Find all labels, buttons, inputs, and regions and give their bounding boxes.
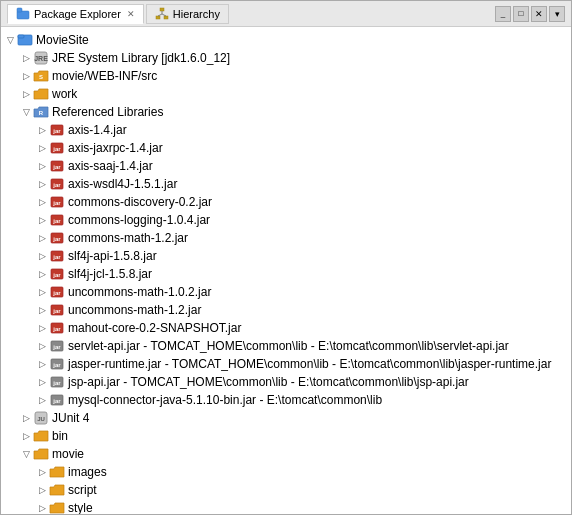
expand-jsp-api[interactable]: ▷ bbox=[35, 375, 49, 389]
expand-style[interactable]: ▷ bbox=[35, 501, 49, 514]
tab-package-explorer[interactable]: Package Explorer ✕ bbox=[7, 4, 144, 24]
jar-icon-commons-logging: jar bbox=[49, 212, 65, 228]
window-actions: _ □ ✕ ▾ bbox=[495, 6, 565, 22]
tree-row-commons-discovery[interactable]: ▷ jar commons-discovery-0.2.jar bbox=[1, 193, 571, 211]
tree-row-slf4j-api[interactable]: ▷ jar slf4j-api-1.5.8.jar bbox=[1, 247, 571, 265]
tab-close-icon[interactable]: ✕ bbox=[127, 9, 135, 19]
svg-line-6 bbox=[158, 14, 162, 16]
svg-text:jar: jar bbox=[52, 218, 61, 224]
tree-row-style[interactable]: ▷ style bbox=[1, 499, 571, 514]
svg-text:jar: jar bbox=[52, 164, 61, 170]
tree-view[interactable]: ▽ MovieSite ▷ JRE JRE System Library [jd… bbox=[1, 27, 571, 514]
expand-images[interactable]: ▷ bbox=[35, 465, 49, 479]
expand-junit[interactable]: ▷ bbox=[19, 411, 33, 425]
tree-row-ref-libs[interactable]: ▽ R Referenced Libraries bbox=[1, 103, 571, 121]
web-inf-src-label: movie/WEB-INF/src bbox=[52, 69, 157, 83]
expand-mysql-connector[interactable]: ▷ bbox=[35, 393, 49, 407]
work-label: work bbox=[52, 87, 77, 101]
expand-work[interactable]: ▷ bbox=[19, 87, 33, 101]
expand-bin[interactable]: ▷ bbox=[19, 429, 33, 443]
expand-jasper-runtime[interactable]: ▷ bbox=[35, 357, 49, 371]
svg-rect-9 bbox=[18, 35, 24, 38]
tree-row-axis-jaxrpc[interactable]: ▷ jar axis-jaxrpc-1.4.jar bbox=[1, 139, 571, 157]
svg-text:jar: jar bbox=[52, 146, 61, 152]
bin-label: bin bbox=[52, 429, 68, 443]
tree-row-jasper-runtime[interactable]: ▷ jar jasper-runtime.jar - TOMCAT_HOME\c… bbox=[1, 355, 571, 373]
expand-slf4j-api[interactable]: ▷ bbox=[35, 249, 49, 263]
tree-row-web-inf-src[interactable]: ▷ S movie/WEB-INF/src bbox=[1, 67, 571, 85]
tree-row-junit[interactable]: ▷ JU JUnit 4 bbox=[1, 409, 571, 427]
uncommons-math12-label: uncommons-math-1.2.jar bbox=[68, 303, 201, 317]
expand-mahout[interactable]: ▷ bbox=[35, 321, 49, 335]
axis-saaj-label: axis-saaj-1.4.jar bbox=[68, 159, 153, 173]
commons-math-label: commons-math-1.2.jar bbox=[68, 231, 188, 245]
axis-wsdl4j-label: axis-wsdl4J-1.5.1.jar bbox=[68, 177, 177, 191]
package-explorer-window: Package Explorer ✕ Hierarchy _ □ ✕ ▾ bbox=[0, 0, 572, 515]
svg-text:JRE: JRE bbox=[34, 55, 48, 62]
expand-web-inf-src[interactable]: ▷ bbox=[19, 69, 33, 83]
minimize-button[interactable]: _ bbox=[495, 6, 511, 22]
jar-icon-uncommons-math12: jar bbox=[49, 302, 65, 318]
expand-commons-math[interactable]: ▷ bbox=[35, 231, 49, 245]
svg-rect-4 bbox=[164, 16, 168, 19]
svg-text:jar: jar bbox=[52, 200, 61, 206]
expand-jre[interactable]: ▷ bbox=[19, 51, 33, 65]
expand-ref-libs[interactable]: ▽ bbox=[19, 105, 33, 119]
expand-axis-saaj[interactable]: ▷ bbox=[35, 159, 49, 173]
tree-row-images[interactable]: ▷ images bbox=[1, 463, 571, 481]
expand-slf4j-jcl[interactable]: ▷ bbox=[35, 267, 49, 281]
expand-axis-wsdl4j[interactable]: ▷ bbox=[35, 177, 49, 191]
tree-row-jsp-api[interactable]: ▷ jar jsp-api.jar - TOMCAT_HOME\common\l… bbox=[1, 373, 571, 391]
jar-icon-slf4j-jcl: jar bbox=[49, 266, 65, 282]
expand-commons-logging[interactable]: ▷ bbox=[35, 213, 49, 227]
tree-row-uncommons-math12[interactable]: ▷ jar uncommons-math-1.2.jar bbox=[1, 301, 571, 319]
jar-icon-commons-discovery: jar bbox=[49, 194, 65, 210]
jar-icon-uncommons-math102: jar bbox=[49, 284, 65, 300]
svg-rect-2 bbox=[160, 8, 164, 11]
tree-row-jre[interactable]: ▷ JRE JRE System Library [jdk1.6.0_12] bbox=[1, 49, 571, 67]
jar-icon-commons-math: jar bbox=[49, 230, 65, 246]
svg-text:jar: jar bbox=[52, 344, 61, 350]
tree-row-servlet-api[interactable]: ▷ jar servlet-api.jar - TOMCAT_HOME\comm… bbox=[1, 337, 571, 355]
tree-row-movie[interactable]: ▽ movie bbox=[1, 445, 571, 463]
jar-icon-servlet-api: jar bbox=[49, 338, 65, 354]
folder-movie-icon bbox=[33, 446, 49, 462]
close-button[interactable]: ✕ bbox=[531, 6, 547, 22]
tree-row-axis[interactable]: ▷ jar axis-1.4.jar bbox=[1, 121, 571, 139]
maximize-button[interactable]: □ bbox=[513, 6, 529, 22]
tree-row-script[interactable]: ▷ script bbox=[1, 481, 571, 499]
expand-commons-discovery[interactable]: ▷ bbox=[35, 195, 49, 209]
tree-row-mahout[interactable]: ▷ jar mahout-core-0.2-SNAPSHOT.jar bbox=[1, 319, 571, 337]
expand-servlet-api[interactable]: ▷ bbox=[35, 339, 49, 353]
expand-uncommons-math102[interactable]: ▷ bbox=[35, 285, 49, 299]
expand-movie[interactable]: ▽ bbox=[19, 447, 33, 461]
expand-script[interactable]: ▷ bbox=[35, 483, 49, 497]
jar-icon-mysql-connector: jar bbox=[49, 392, 65, 408]
jasper-runtime-label: jasper-runtime.jar - TOMCAT_HOME\common\… bbox=[68, 357, 551, 371]
junit-icon: JU bbox=[33, 410, 49, 426]
tree-row-axis-saaj[interactable]: ▷ jar axis-saaj-1.4.jar bbox=[1, 157, 571, 175]
folder-images-icon bbox=[49, 464, 65, 480]
expand-moviesite[interactable]: ▽ bbox=[3, 33, 17, 47]
tree-row-commons-logging[interactable]: ▷ jar commons-logging-1.0.4.jar bbox=[1, 211, 571, 229]
tree-row-commons-math[interactable]: ▷ jar commons-math-1.2.jar bbox=[1, 229, 571, 247]
svg-marker-53 bbox=[50, 467, 64, 477]
tab-hierarchy[interactable]: Hierarchy bbox=[146, 4, 229, 24]
tree-row-axis-wsdl4j[interactable]: ▷ jar axis-wsdl4J-1.5.1.jar bbox=[1, 175, 571, 193]
view-menu-button[interactable]: ▾ bbox=[549, 6, 565, 22]
svg-text:jar: jar bbox=[52, 182, 61, 188]
svg-marker-52 bbox=[34, 449, 48, 459]
tree-row-uncommons-math102[interactable]: ▷ jar uncommons-math-1.0.2.jar bbox=[1, 283, 571, 301]
expand-axis[interactable]: ▷ bbox=[35, 123, 49, 137]
tree-row-bin[interactable]: ▷ bin bbox=[1, 427, 571, 445]
jar-icon-jsp-api: jar bbox=[49, 374, 65, 390]
tree-row-moviesite[interactable]: ▽ MovieSite bbox=[1, 31, 571, 49]
tree-row-work[interactable]: ▷ work bbox=[1, 85, 571, 103]
expand-axis-jaxrpc[interactable]: ▷ bbox=[35, 141, 49, 155]
images-label: images bbox=[68, 465, 107, 479]
tree-row-mysql-connector[interactable]: ▷ jar mysql-connector-java-5.1.10-bin.ja… bbox=[1, 391, 571, 409]
ref-libs-icon: R bbox=[33, 104, 49, 120]
servlet-api-label: servlet-api.jar - TOMCAT_HOME\common\lib… bbox=[68, 339, 509, 353]
expand-uncommons-math12[interactable]: ▷ bbox=[35, 303, 49, 317]
tree-row-slf4j-jcl[interactable]: ▷ jar slf4j-jcl-1.5.8.jar bbox=[1, 265, 571, 283]
